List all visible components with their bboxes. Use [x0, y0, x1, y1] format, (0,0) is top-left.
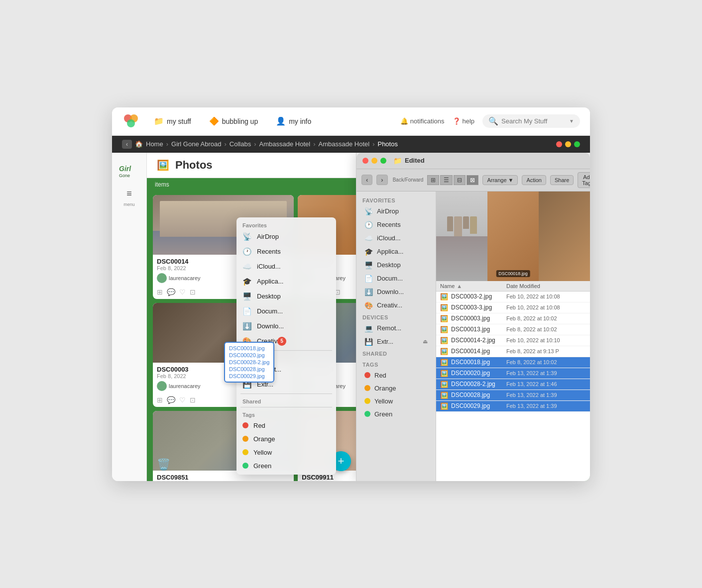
- sidebar-item-airdrop[interactable]: 📡 AirDrop: [358, 205, 434, 218]
- search-dropdown-icon[interactable]: ▼: [569, 118, 574, 124]
- share-btn[interactable]: Share: [550, 175, 574, 185]
- nav-items: 📁 my stuff 🔶 bubbling up 👤 my info: [150, 114, 390, 128]
- finder-minimize-btn[interactable]: [371, 158, 377, 164]
- like-icon[interactable]: ♡: [179, 288, 186, 296]
- sidebar-item-icloud[interactable]: ☁️ iCloud...: [358, 232, 434, 245]
- file-row[interactable]: 🖼️ DSC0003-2.jpg Feb 10, 2022 at 10:08: [436, 292, 590, 302]
- file-name-text: DSC00028-2.jpg: [451, 381, 495, 388]
- dropdown-green-tag[interactable]: Green: [236, 459, 336, 473]
- file-row[interactable]: 🖼️ DSC00018.jpg Feb 8, 2022 at 10:02: [436, 357, 590, 368]
- view-icon-btn[interactable]: ⊞: [427, 175, 439, 185]
- arrange-btn[interactable]: Arrange▼: [482, 175, 518, 185]
- file-row[interactable]: 🖼️ DSC0003-3.jpg Feb 10, 2022 at 10:08: [436, 302, 590, 313]
- sidebar-menu: ≡ menu: [123, 189, 135, 207]
- view-list-btn[interactable]: ☰: [440, 175, 453, 185]
- finder-content: DSC00018.jpg Name ▲: [436, 192, 590, 481]
- dropdown-divider-3: [240, 407, 332, 407]
- file-row[interactable]: 🖼️ DSC00020.jpg Feb 13, 2022 at 1:39: [436, 368, 590, 379]
- sidebar-item-creative[interactable]: 🎨 Creativ...: [358, 299, 434, 312]
- file-icon: 🖼️: [440, 370, 448, 377]
- sidebar-item-desktop[interactable]: 🖥️ Desktop: [358, 259, 434, 272]
- dropdown-red-tag[interactable]: Red: [236, 419, 336, 432]
- nav-bubbling-up[interactable]: 🔶 bubbling up: [205, 114, 262, 128]
- breadcrumb-ambassade1[interactable]: Ambassade Hotel: [259, 140, 311, 148]
- drag-file-5: DSC00029.jpg: [229, 373, 269, 380]
- file-row[interactable]: 🖼️ DSC00028-2.jpg Feb 13, 2022 at 1:46: [436, 379, 590, 390]
- file-row[interactable]: 🖼️ DSC00013.jpg Feb 8, 2022 at 10:02: [436, 324, 590, 335]
- breadcrumb-collabs[interactable]: Collabs: [230, 140, 251, 148]
- like-icon[interactable]: ♡: [179, 396, 186, 404]
- file-name: 🖼️ DSC00018.jpg: [440, 359, 506, 366]
- help-icon: ❓: [453, 117, 461, 125]
- sidebar-item-downloads[interactable]: ⬇️ Downlo...: [358, 286, 434, 298]
- file-name-text: DSC0003-2.jpg: [451, 293, 492, 300]
- documents-dd-icon: 📄: [242, 307, 252, 316]
- drag-file-4: DSC00028.jpg: [229, 366, 269, 373]
- file-row[interactable]: 🖼️ DSC00014-2.jpg Feb 10, 2022 at 10:10: [436, 335, 590, 346]
- file-name-text: DSC00028.jpg: [451, 392, 490, 398]
- view-gallery-btn[interactable]: ⊠: [467, 175, 478, 185]
- sidebar-item-recents[interactable]: 🕐 Recents: [358, 218, 434, 231]
- sidebar-item-green[interactable]: Green: [358, 408, 434, 420]
- add-tags-btn[interactable]: Add Tags: [578, 172, 590, 188]
- nav-my-info[interactable]: 👤 my info: [272, 114, 315, 128]
- expand-icon[interactable]: ⊞: [157, 396, 163, 404]
- comment-icon[interactable]: 💬: [167, 396, 175, 404]
- dropdown-icloud[interactable]: ☁️ iCloud...: [236, 259, 336, 274]
- nav-my-stuff[interactable]: 📁 my stuff: [150, 114, 195, 128]
- sidebar-item-applications[interactable]: 🎓 Applica...: [358, 245, 434, 258]
- file-row[interactable]: 🖼️ DSC00028.jpg Feb 13, 2022 at 1:39: [436, 390, 590, 401]
- red-tag-dot: [364, 372, 370, 378]
- eject-icon[interactable]: ⏏: [423, 338, 428, 345]
- orange-dd-dot: [242, 436, 248, 442]
- dropdown-applications[interactable]: 🎓 Applica...: [236, 274, 336, 289]
- breadcrumb-home[interactable]: 🏠: [135, 140, 143, 148]
- breadcrumb-ambassade2[interactable]: Ambassade Hotel: [319, 140, 370, 148]
- file-name-text: DSC00020.jpg: [451, 370, 490, 377]
- dropdown-orange-tag[interactable]: Orange: [236, 432, 336, 446]
- sidebar-item-red[interactable]: Red: [358, 369, 434, 382]
- share-icon[interactable]: ⊡: [190, 288, 196, 296]
- window-close[interactable]: [556, 141, 562, 147]
- dropdown-yellow-tag[interactable]: Yellow: [236, 446, 336, 459]
- green-dd-dot: [242, 463, 248, 469]
- finder-close-btn[interactable]: [362, 158, 368, 164]
- expand-icon[interactable]: ⊞: [157, 288, 163, 296]
- dropdown-downloads[interactable]: ⬇️ Downlo...: [236, 319, 336, 334]
- finder-maximize-btn[interactable]: [380, 158, 386, 164]
- breadcrumb-back[interactable]: ‹: [122, 140, 132, 149]
- dropdown-recents[interactable]: 🕐 Recents: [236, 244, 336, 259]
- sidebar-item-documents[interactable]: 📄 Docum...: [358, 272, 434, 285]
- menu-icon[interactable]: ≡: [126, 189, 132, 199]
- file-row[interactable]: 🖼️ DSC00003.jpg Feb 8, 2022 at 10:02: [436, 313, 590, 324]
- finder-forward-btn[interactable]: ›: [376, 175, 387, 185]
- finder-back-btn[interactable]: ‹: [361, 175, 372, 185]
- dropdown-airdrop[interactable]: 📡 AirDrop: [236, 229, 336, 244]
- sidebar-item-external[interactable]: 💾 Extr... ⏏: [358, 335, 434, 348]
- window-minimize[interactable]: [565, 141, 571, 147]
- help-btn[interactable]: ❓ help: [453, 117, 475, 125]
- dropdown-desktop[interactable]: 🖥️ Desktop: [236, 289, 336, 304]
- sidebar-item-remote[interactable]: 💻 Remot...: [358, 322, 434, 335]
- sidebar-item-orange[interactable]: Orange: [358, 382, 434, 394]
- dropdown-documents[interactable]: 📄 Docum...: [236, 304, 336, 319]
- preview-grid: DSC00018.jpg: [436, 192, 590, 281]
- breadcrumb: ‹ 🏠 Home › Girl Gone Abroad › Collabs › …: [112, 136, 590, 153]
- file-row[interactable]: 🖼️ DSC00029.jpg Feb 13, 2022 at 1:39: [436, 401, 590, 412]
- file-row[interactable]: 🖼️ DSC00014.jpg Feb 8, 2022 at 9:13 P: [436, 346, 590, 357]
- breadcrumb-photos[interactable]: Photos: [377, 140, 397, 148]
- breadcrumb-brand[interactable]: Girl Gone Abroad: [171, 140, 221, 148]
- search-bar[interactable]: 🔍 ▼: [482, 114, 580, 128]
- search-input[interactable]: [501, 117, 566, 125]
- sidebar-item-yellow[interactable]: Yellow: [358, 395, 434, 407]
- window-maximize[interactable]: [574, 141, 580, 147]
- comment-icon[interactable]: 💬: [167, 288, 175, 296]
- trash-button[interactable]: 🗑️: [157, 458, 170, 471]
- view-column-btn[interactable]: ⊟: [454, 175, 466, 185]
- breadcrumb-home-label[interactable]: Home: [146, 140, 163, 148]
- file-icon: 🖼️: [440, 402, 448, 410]
- action-btn[interactable]: Action: [522, 175, 546, 185]
- file-name-text: DSC00003.jpg: [451, 315, 490, 322]
- share-icon[interactable]: ⊡: [190, 396, 196, 404]
- notifications-btn[interactable]: 🔔 notifications: [400, 117, 445, 125]
